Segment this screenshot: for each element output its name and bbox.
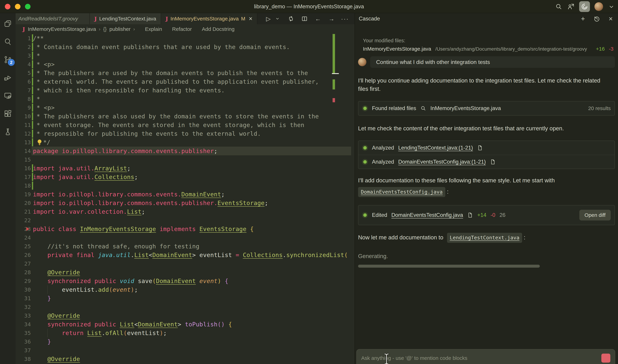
line-number[interactable]: 26 [16,251,31,259]
codelens-add-docstring[interactable]: Add Docstring [202,26,235,32]
code-line[interactable]: 3 * [16,51,355,60]
lightbulb-icon[interactable] [37,139,42,145]
code-line[interactable]: 8 * [16,95,355,103]
line-number[interactable]: 27 [16,259,31,268]
split-editor-icon[interactable] [301,15,308,22]
run-debug-icon[interactable] [3,73,12,82]
line-number[interactable]: 6 [16,77,31,86]
remote-explorer-icon[interactable] [3,91,12,100]
file-link[interactable]: DomainEventsTestConfig.java [391,212,463,218]
tab-lendingtestcontext-java[interactable]: J LendingTestContext.java [90,13,161,24]
code-line[interactable]: 17import java.util.Collections; [16,173,355,181]
more-actions-icon[interactable]: ··· [342,15,349,22]
line-number[interactable]: 24 [16,233,31,242]
line-number[interactable]: 15 [16,155,31,164]
code-line[interactable]: 36 } [16,337,355,346]
code-line[interactable]: 28 @Override [16,268,355,277]
tool-call-row[interactable]: Found related files InMemoryEventsStorag… [358,101,615,115]
extensions-icon[interactable] [3,109,12,118]
code-line[interactable]: 38 @Override [16,355,355,363]
chevron-down-icon[interactable] [608,3,615,10]
line-number[interactable]: 36 [16,337,31,346]
line-number[interactable]: 16 [16,164,31,173]
code-line[interactable]: 10 * The publishers are also used by the… [16,112,355,121]
code-line[interactable]: 12 * responsible for publishing the even… [16,129,355,138]
code-line[interactable]: 30 eventList.add(event); [16,285,355,294]
document-icon[interactable] [477,145,483,151]
code-line[interactable]: 29 synchronized public void save(DomainE… [16,277,355,285]
line-number[interactable]: 20 [16,199,31,207]
tab-inmemoryeventsstorage-java[interactable]: J InMemoryEventsStorage.java M × [161,13,257,24]
line-number[interactable]: 39 [16,363,31,364]
history-icon[interactable] [593,15,600,22]
sync-compare-icon[interactable] [288,15,294,22]
code-line[interactable]: 24 [16,233,355,242]
line-number[interactable]: 21 [16,207,31,216]
modified-file-row[interactable]: InMemoryEventsStorage.java /Users/andyzh… [363,46,615,52]
line-number[interactable]: 31 [16,294,31,303]
code-line[interactable]: 35 return List.ofAll(eventList); [16,329,355,337]
code-line[interactable]: 1/** [16,34,355,43]
file-link[interactable]: LendingTestContext.java:(1-21) [398,145,473,151]
chat-input[interactable] [361,355,601,361]
file-link[interactable]: DomainEventsTestConfig.java:(1-21) [398,159,486,165]
line-number[interactable]: 12 [16,129,31,138]
run-button[interactable]: ▷ [265,15,272,22]
code-line[interactable]: 5 * The publishers are used by the domai… [16,69,355,77]
share-user-icon[interactable] [567,3,575,10]
source-control-icon[interactable]: 2 [3,55,12,64]
account-avatar[interactable] [594,2,603,11]
codelens-refactor[interactable]: Refactor [172,26,192,32]
line-number[interactable]: 11 [16,121,31,129]
code-line[interactable]: 11 * event storage. The events are store… [16,121,355,129]
line-number[interactable]: 9 [16,103,31,112]
line-number[interactable]: 22 [16,216,31,225]
line-number[interactable]: 38 [16,355,31,363]
file-chip[interactable]: DomainEventsTestConfig.java [358,187,445,197]
file-chip[interactable]: LendingTestContext.java [447,233,522,243]
code-line[interactable]: 21import io.vavr.collection.List; [16,207,355,216]
code-line[interactable]: 20import io.pillopl.library.commons.even… [16,199,355,207]
testing-flask-icon[interactable] [3,127,12,136]
line-number[interactable]: 32 [16,303,31,311]
tool-call-row[interactable]: Analyzed LendingTestContext.java:(1-21) [358,141,615,155]
line-number[interactable]: 7 [16,86,31,95]
open-diff-button[interactable]: Open diff [579,210,611,221]
line-number[interactable]: 37 [16,346,31,355]
code-line[interactable]: 33 @Override [16,311,355,320]
code-line[interactable]: 9 * <p> [16,103,355,112]
code-line[interactable]: 26 private final java.util.List<DomainEv… [16,251,355,259]
line-number[interactable]: 34 [16,320,31,329]
breadcrumb-symbol[interactable]: publisher [109,26,131,32]
tool-call-row[interactable]: Edited DomainEventsTestConfig.java +14 -… [358,205,615,225]
code-line[interactable]: 19import io.pillopl.library.commons.even… [16,190,355,199]
line-number[interactable]: 1 [16,34,31,43]
code-line[interactable]: 2 * Contains domain event publishers tha… [16,43,355,51]
code-editor[interactable]: 1/**2 * Contains domain event publishers… [16,34,355,364]
line-number[interactable]: 28 [16,268,31,277]
line-number[interactable]: 4 [16,60,31,69]
line-number[interactable]: 35 [16,329,31,337]
modified-file-name[interactable]: InMemoryEventsStorage.java [363,46,431,52]
code-line[interactable]: 25 //it's not thread safe, enough for te… [16,242,355,251]
line-number[interactable]: 29 [16,277,31,285]
close-panel-icon[interactable]: × [607,15,614,22]
code-line[interactable]: 13 */ [16,138,355,147]
breadcrumb-file[interactable]: InMemoryEventsStorage.java [28,26,96,32]
close-tab-icon[interactable]: × [249,15,252,22]
windsurf-logo-button[interactable] [579,1,590,12]
new-conversation-icon[interactable]: + [579,15,586,22]
code-line[interactable]: 15 [16,155,355,164]
codelens-explain[interactable]: Explain [145,26,162,32]
code-line[interactable]: 34 synchronized public List<DomainEvent>… [16,320,355,329]
line-number[interactable]: 33 [16,311,31,320]
code-line[interactable]: 23public class InMemoryEventsStorage imp… [16,225,355,233]
code-line[interactable]: 16import java.util.ArrayList; [16,164,355,173]
search-icon[interactable] [555,3,563,10]
line-number[interactable]: 17 [16,173,31,181]
tool-call-row[interactable]: Analyzed DomainEventsTestConfig.java:(1-… [358,155,615,169]
chat-input-container[interactable] [356,349,615,364]
code-line[interactable]: 14package io.pillopl.library.common.even… [16,147,355,155]
code-line[interactable]: 37 [16,346,355,355]
code-line[interactable]: 22 [16,216,355,225]
